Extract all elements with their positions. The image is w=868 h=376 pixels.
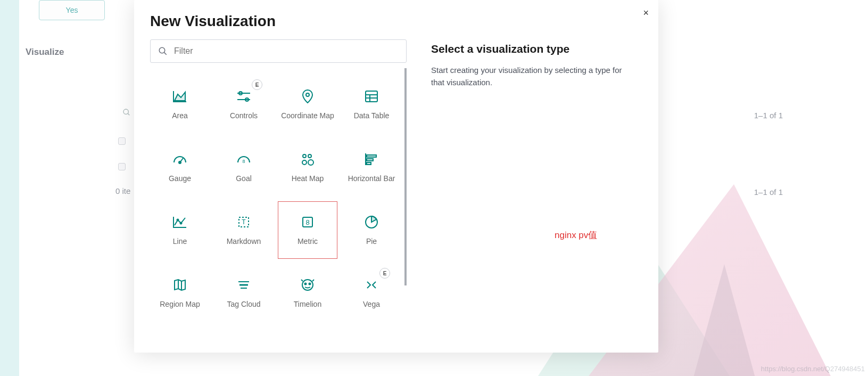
controls-icon <box>235 88 252 105</box>
heat-map-icon <box>299 151 316 168</box>
viz-type-label: Region Map <box>160 300 200 309</box>
viz-type-label: Controls <box>230 111 258 121</box>
viz-type-label: Tag Cloud <box>227 300 260 309</box>
viz-type-label: Timelion <box>294 300 321 309</box>
viz-type-controls[interactable]: ControlsE <box>214 76 274 133</box>
viz-type-coordinate-map[interactable]: Coordinate Map <box>278 76 337 133</box>
viz-type-markdown[interactable]: TMarkdown <box>214 201 274 259</box>
experimental-badge: E <box>252 79 262 90</box>
metric-icon: 8 <box>299 214 316 231</box>
svg-rect-21 <box>367 155 376 157</box>
pie-icon <box>363 214 380 231</box>
gauge-icon <box>171 151 188 168</box>
viz-type-horizontal-bar[interactable]: Horizontal Bar <box>342 138 401 196</box>
viz-type-timelion[interactable]: Timelion <box>278 264 337 322</box>
svg-rect-22 <box>367 159 373 161</box>
viz-type-data-table[interactable]: Data Table <box>342 76 401 133</box>
coordinate-map-icon <box>299 88 316 105</box>
help-heading: Select a visualization type <box>431 43 642 55</box>
svg-point-2 <box>159 47 165 53</box>
svg-point-37 <box>305 283 307 285</box>
viz-type-label: Goal <box>236 174 252 184</box>
viz-type-heat-map[interactable]: Heat Map <box>278 138 337 196</box>
horizontal-bar-icon <box>363 151 380 168</box>
svg-point-36 <box>302 280 313 290</box>
watermark: https://blog.csdn.net/Q274948451 <box>761 365 865 373</box>
svg-rect-9 <box>366 91 377 102</box>
filter-input-wrapper[interactable] <box>150 39 407 63</box>
svg-point-19 <box>308 160 313 165</box>
viz-type-label: Markdown <box>227 237 261 247</box>
viz-type-goal[interactable]: 8Goal <box>214 138 274 196</box>
svg-point-38 <box>309 283 311 285</box>
viz-type-area[interactable]: Area <box>150 76 210 133</box>
viz-type-label: Pie <box>366 237 377 247</box>
help-description: Start creating your visualization by sel… <box>431 64 623 89</box>
svg-line-3 <box>164 53 167 55</box>
svg-text:8: 8 <box>305 218 309 226</box>
viz-type-gauge[interactable]: Gauge <box>150 138 210 196</box>
svg-text:T: T <box>242 218 246 226</box>
new-visualization-modal: × New Visualization AreaControlsECoordin… <box>134 0 658 353</box>
viz-type-region-map[interactable]: Region Map <box>150 264 210 322</box>
viz-type-label: Metric <box>297 237 318 247</box>
viz-type-label: Coordinate Map <box>281 111 334 121</box>
markdown-icon: T <box>235 214 252 231</box>
viz-type-label: Line <box>173 237 187 247</box>
viz-type-metric[interactable]: 8Metric <box>278 201 337 259</box>
svg-point-14 <box>179 161 181 164</box>
filter-input[interactable] <box>174 46 399 56</box>
search-icon <box>158 46 168 56</box>
viz-type-label: Horizontal Bar <box>348 174 395 184</box>
svg-point-8 <box>306 93 309 96</box>
viz-type-label: Vega <box>363 300 380 309</box>
vega-icon <box>363 276 380 293</box>
goal-icon: 8 <box>235 151 252 168</box>
viz-type-label: Area <box>172 111 188 121</box>
viz-type-label: Heat Map <box>292 174 324 184</box>
line-icon <box>171 214 188 231</box>
data-table-icon <box>363 88 380 105</box>
svg-point-24 <box>177 219 179 221</box>
viz-type-vega[interactable]: VegaE <box>342 264 401 322</box>
timelion-icon <box>299 276 316 293</box>
modal-title: New Visualization <box>150 13 642 30</box>
svg-rect-23 <box>367 162 371 165</box>
svg-text:8: 8 <box>242 159 245 164</box>
viz-type-label: Data Table <box>354 111 390 121</box>
scrollbar[interactable] <box>404 68 407 285</box>
annotation-text: nginx pv值 <box>555 229 597 241</box>
viz-type-tag-cloud[interactable]: Tag Cloud <box>214 264 274 322</box>
svg-point-18 <box>302 160 307 165</box>
viz-type-label: Gauge <box>169 174 191 184</box>
experimental-badge: E <box>379 268 390 279</box>
svg-point-16 <box>303 154 306 158</box>
svg-point-17 <box>308 154 311 158</box>
close-icon[interactable]: × <box>643 7 649 19</box>
region-map-icon <box>171 276 188 293</box>
viz-type-pie[interactable]: Pie <box>342 201 401 259</box>
svg-point-25 <box>180 223 182 224</box>
tag-cloud-icon <box>235 276 252 293</box>
viz-type-line[interactable]: Line <box>150 201 210 259</box>
area-icon <box>171 88 188 105</box>
